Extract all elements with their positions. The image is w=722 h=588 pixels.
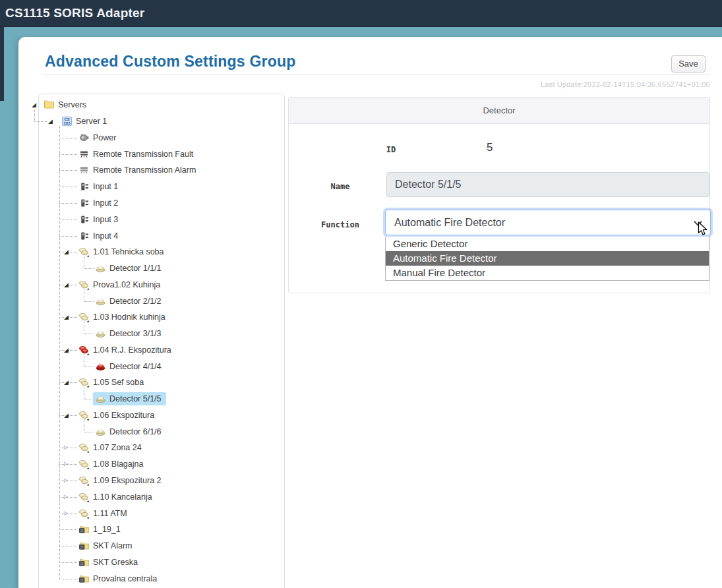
expand-toggle-icon[interactable]: ▷ xyxy=(64,461,68,467)
tree-item[interactable]: ◢1.01 Tehnicka soba xyxy=(29,244,280,260)
cs1115-icon: CS1115 xyxy=(61,116,73,127)
tree-node[interactable]: 1.07 Zona 24 xyxy=(76,441,146,454)
tree-connector xyxy=(84,301,94,302)
tree-item-label: 1.06 Ekspozitura xyxy=(93,411,154,420)
tree-item[interactable]: Input 4 xyxy=(29,227,280,244)
function-select[interactable]: Automatic Fire Detector xyxy=(385,210,711,235)
tree-node[interactable]: 1.06 Ekspozitura xyxy=(76,409,159,422)
zone-icon xyxy=(78,459,90,469)
tree-node[interactable]: Prova1.02 Kuhinja xyxy=(76,278,165,291)
last-update-text: Last Update:2022-02-14T15:04:36.6552741+… xyxy=(541,80,710,88)
tree-node[interactable]: 1.03 Hodnik kuhinja xyxy=(76,310,170,324)
function-option[interactable]: Automatic Fire Detector xyxy=(386,251,709,266)
tree-node[interactable]: SKT Alarm xyxy=(76,539,137,552)
svg-text:CS: CS xyxy=(64,117,69,121)
tree-item[interactable]: ▷1.07 Zona 24 xyxy=(29,440,280,456)
power-icon xyxy=(78,132,90,143)
collapse-toggle-icon[interactable]: ◢ xyxy=(64,347,69,353)
tree-item[interactable]: SKT Greska xyxy=(29,554,280,570)
tree-node[interactable]: Detector 2/1/2 xyxy=(93,295,166,308)
tree-node[interactable]: Provalna centrala xyxy=(76,572,162,585)
tree-item[interactable]: Remote Transmission Fault xyxy=(29,146,280,162)
tree-item[interactable]: Detector 2/1/2 xyxy=(29,293,280,309)
tree-node[interactable]: 1.08 Blagajna xyxy=(76,457,148,471)
tree-node[interactable]: Remote Transmission Fault xyxy=(76,148,198,161)
tree-node[interactable]: Remote Transmission Alarm xyxy=(76,163,200,177)
tree-item[interactable]: ▷1.11 ATM xyxy=(29,505,280,521)
tree-item[interactable]: SKT Alarm xyxy=(29,538,280,554)
detector-icon xyxy=(95,328,106,339)
tree-connector xyxy=(59,481,77,481)
tree-item[interactable]: 1_19_1 xyxy=(29,521,280,538)
folder-icon xyxy=(44,100,55,110)
tree-node[interactable]: 1.09 Ekspozitura 2 xyxy=(76,474,166,487)
tree-node[interactable]: 1.04 R.J. Ekspozitura xyxy=(76,343,176,357)
tree-item-label: 1.07 Zona 24 xyxy=(93,443,142,452)
tree-node[interactable]: Detector 4/1/4 xyxy=(93,360,166,373)
save-button[interactable]: Save xyxy=(671,55,706,73)
collapse-toggle-icon[interactable]: ◢ xyxy=(64,281,69,287)
tree-item[interactable]: ◢Servers xyxy=(29,97,280,113)
tree-node[interactable]: 1_19_1 xyxy=(76,523,125,536)
tree-item[interactable]: Remote Transmission Alarm xyxy=(29,162,280,179)
collapse-toggle-icon[interactable]: ◢ xyxy=(32,102,36,108)
expand-toggle-icon[interactable]: ▷ xyxy=(64,445,68,450)
tree-node[interactable]: Input 3 xyxy=(76,213,123,226)
tree-item[interactable]: Input 3 xyxy=(29,211,280,227)
folder-device-icon xyxy=(78,557,90,568)
app-title: CS1115 SORIS Adapter xyxy=(0,6,144,20)
tree-item-label: Detector 4/1/4 xyxy=(109,362,162,371)
tree-node[interactable]: Detector 1/1/1 xyxy=(93,262,166,275)
collapse-toggle-icon[interactable]: ◢ xyxy=(64,249,69,255)
tree-item-label: 1.01 Tehnicka soba xyxy=(93,247,164,256)
tree-item[interactable]: Input 2 xyxy=(29,195,280,212)
expand-toggle-icon[interactable]: ▷ xyxy=(64,478,68,483)
tree-item[interactable]: Detector 5/1/5 xyxy=(29,391,280,407)
tree-node-selected[interactable]: Detector 5/1/5 xyxy=(93,392,166,405)
tree-item[interactable]: ◢1.03 Hodnik kuhinja xyxy=(29,309,280,326)
tree-item-label: Remote Transmission Fault xyxy=(93,150,193,159)
collapse-toggle-icon[interactable]: ◢ xyxy=(64,314,69,320)
tree-item[interactable]: ◢CS1115Server 1 xyxy=(29,113,280,130)
tree-node[interactable]: Input 1 xyxy=(76,180,123,193)
tree-item[interactable]: Detector 4/1/4 xyxy=(29,358,280,374)
function-option[interactable]: Manual Fire Detector xyxy=(386,266,709,280)
tree-node[interactable]: 1.11 ATM xyxy=(76,507,132,520)
collapse-toggle-icon[interactable]: ◢ xyxy=(64,380,69,386)
tree-node[interactable]: 1.05 Sef soba xyxy=(76,376,148,389)
tree-item[interactable]: Detector 6/1/6 xyxy=(29,423,280,440)
tree-node[interactable]: Input 4 xyxy=(76,229,123,243)
tree-node[interactable]: SKT Greska xyxy=(76,556,142,569)
tree-node[interactable]: 1.01 Tehnicka soba xyxy=(76,245,169,258)
tree-item[interactable]: ◢1.04 R.J. Ekspozitura xyxy=(29,341,280,358)
tree-node[interactable]: Detector 3/1/3 xyxy=(93,327,166,340)
tree-node[interactable]: Detector 6/1/6 xyxy=(93,425,166,438)
tree-item[interactable]: ◢1.05 Sef soba xyxy=(29,374,280,391)
tree-item-label: Detector 2/1/2 xyxy=(109,297,162,306)
tree-item-label: 1.11 ATM xyxy=(93,509,127,518)
collapse-toggle-icon[interactable]: ◢ xyxy=(64,412,69,418)
tree-node[interactable]: Servers xyxy=(42,98,91,111)
function-option[interactable]: Generic Detector xyxy=(386,237,709,251)
tree-node[interactable]: 1.10 Kancelarija xyxy=(76,490,157,504)
tree-item[interactable]: Detector 3/1/3 xyxy=(29,326,280,342)
tree-item[interactable]: Provalna centrala xyxy=(29,570,280,587)
tree-connector xyxy=(59,464,77,465)
expand-toggle-icon[interactable]: ▷ xyxy=(64,494,68,500)
expand-toggle-icon[interactable]: ▷ xyxy=(64,511,68,516)
id-value: 5 xyxy=(487,141,493,154)
tree-node[interactable]: Input 2 xyxy=(76,196,123,210)
tree-item[interactable]: ▷1.08 Blagajna xyxy=(29,456,280,473)
tree-item[interactable]: ▷1.09 Ekspozitura 2 xyxy=(29,473,280,489)
tree-item[interactable]: Power xyxy=(29,130,280,146)
tree-item[interactable]: Input 1 xyxy=(29,179,280,195)
tree-item[interactable]: ◢1.06 Ekspozitura xyxy=(29,407,280,424)
name-input[interactable] xyxy=(386,172,709,197)
tree-item[interactable]: ◢Prova1.02 Kuhinja xyxy=(29,276,280,293)
collapse-toggle-icon[interactable]: ◢ xyxy=(48,119,53,125)
tree-node[interactable]: Power xyxy=(76,131,121,144)
tree-connector xyxy=(84,432,94,432)
tree-item[interactable]: ▷1.10 Kancelarija xyxy=(29,488,280,505)
tree-node[interactable]: CS1115Server 1 xyxy=(59,115,111,128)
tree-item[interactable]: Detector 1/1/1 xyxy=(29,260,280,277)
